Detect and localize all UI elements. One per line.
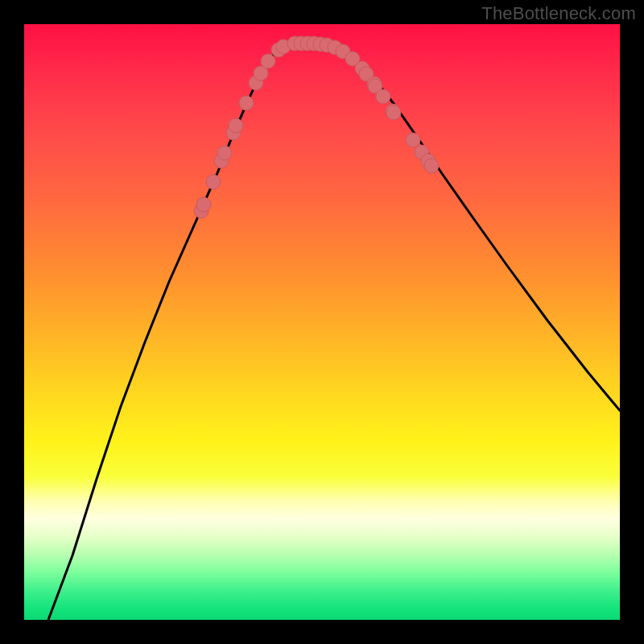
watermark-text: TheBottleneck.com bbox=[481, 3, 636, 24]
data-dot bbox=[376, 89, 390, 104]
data-dot bbox=[196, 197, 211, 212]
dot-group bbox=[194, 36, 439, 218]
data-dot bbox=[206, 175, 221, 189]
data-dot bbox=[229, 118, 243, 133]
data-dot bbox=[239, 96, 254, 110]
curve-path bbox=[48, 43, 620, 620]
data-dot bbox=[424, 159, 439, 173]
curve-svg bbox=[24, 24, 620, 620]
data-dot bbox=[386, 105, 401, 120]
chart-frame: TheBottleneck.com bbox=[0, 0, 644, 644]
data-dot bbox=[406, 133, 420, 147]
data-dot bbox=[217, 146, 232, 160]
data-dot bbox=[261, 54, 275, 68]
plot-area bbox=[24, 24, 620, 620]
